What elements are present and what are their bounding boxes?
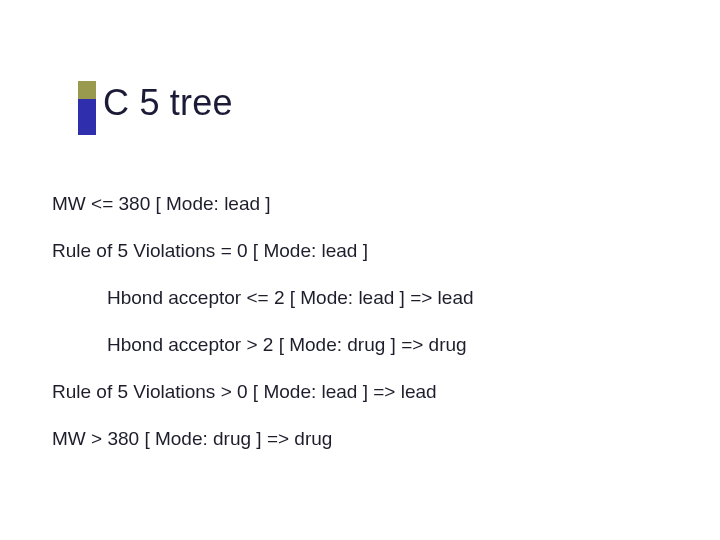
rule-line: MW <= 380 [ Mode: lead ] <box>52 190 670 218</box>
slide-body: MW <= 380 [ Mode: lead ] Rule of 5 Viola… <box>52 190 670 472</box>
rule-line: Hbond acceptor > 2 [ Mode: drug ] => dru… <box>52 331 670 359</box>
slide-title: C 5 tree <box>103 82 233 124</box>
rule-line: Hbond acceptor <= 2 [ Mode: lead ] => le… <box>52 284 670 312</box>
rule-line: Rule of 5 Violations > 0 [ Mode: lead ] … <box>52 378 670 406</box>
bullet-rect-bottom <box>78 99 96 135</box>
title-bullet-icon <box>78 81 96 135</box>
slide: C 5 tree MW <= 380 [ Mode: lead ] Rule o… <box>0 0 720 540</box>
rule-line: Rule of 5 Violations = 0 [ Mode: lead ] <box>52 237 670 265</box>
bullet-square-top <box>78 81 96 99</box>
rule-line: MW > 380 [ Mode: drug ] => drug <box>52 425 670 453</box>
